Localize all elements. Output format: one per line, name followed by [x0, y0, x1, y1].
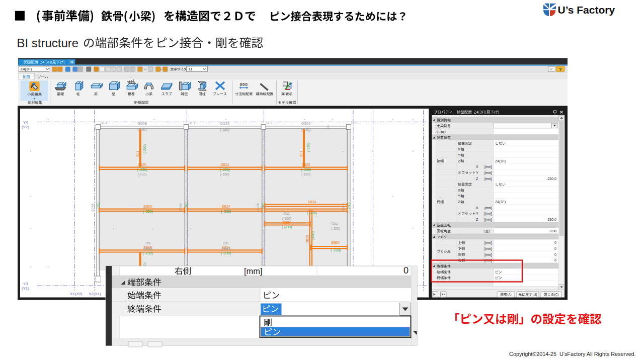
- svg-text:SC1: SC1: [351, 121, 358, 125]
- svg-text:U’s Factory: U’s Factory: [558, 4, 615, 16]
- svg-text:SB34: SB34: [308, 200, 316, 204]
- svg-text:( -230): ( -230): [221, 251, 231, 255]
- svg-text:[mm]: [mm]: [485, 253, 492, 257]
- svg-text:SB24: SB24: [220, 163, 229, 166]
- svg-text:Z: Z: [458, 159, 460, 163]
- svg-text:-230.0: -230.0: [546, 218, 556, 221]
- svg-text:BI structure: BI structure: [17, 36, 79, 50]
- svg-text:Ds1: Ds1: [223, 241, 229, 245]
- svg-text:( -230): ( -230): [143, 251, 153, 255]
- svg-text:0: 0: [554, 247, 556, 250]
- svg-text:X: X: [476, 165, 478, 168]
- svg-text:(-100): (-100): [220, 172, 229, 176]
- svg-text:Y: Y: [458, 194, 460, 198]
- svg-text:SB24: SB24: [283, 221, 291, 224]
- svg-text:[度]: [度]: [485, 229, 490, 233]
- svg-text:SB24: SB24: [222, 205, 230, 208]
- svg-text:0: 0: [404, 265, 409, 276]
- svg-text:SC1: SC1: [101, 121, 108, 125]
- svg-text:0.00: 0.00: [549, 229, 556, 233]
- svg-text:( -230): ( -230): [137, 168, 147, 172]
- svg-text:X1(X0): X1(X0): [70, 292, 83, 296]
- svg-text:X: X: [458, 147, 460, 151]
- svg-text:?: ?: [559, 67, 562, 72]
- svg-text:( -230): ( -230): [282, 225, 292, 229]
- svg-text:(-230): (-230): [137, 128, 147, 132]
- svg-text:( -230): ( -230): [301, 168, 311, 172]
- svg-text:-230.0: -230.0: [546, 177, 556, 180]
- svg-text:000: 000: [240, 82, 248, 87]
- svg-text:[mm]: [mm]: [485, 165, 492, 169]
- svg-text:Sb1: Sb1: [136, 151, 139, 157]
- svg-text:X: X: [458, 189, 460, 192]
- svg-text:(-230): (-230): [311, 231, 315, 240]
- svg-text:(-100): (-100): [331, 227, 340, 231]
- svg-text:Ds1: Ds1: [333, 222, 339, 225]
- svg-text:Z4(3F): Z4(3F): [21, 67, 32, 71]
- svg-text:SB29: SB29: [302, 163, 310, 166]
- svg-text:( -230): ( -230): [331, 248, 341, 252]
- svg-text:Y3: Y3: [23, 282, 28, 286]
- svg-text:(-100): (-100): [282, 217, 291, 221]
- svg-text:SC1: SC1: [189, 121, 196, 125]
- svg-text:Y4: Y4: [23, 120, 28, 125]
- svg-text:( -230): ( -230): [143, 210, 153, 214]
- svg-text:(-230): (-230): [301, 128, 311, 132]
- svg-text:0: 0: [554, 253, 556, 256]
- svg-text:( -230): ( -230): [221, 210, 231, 214]
- svg-text:[mm]: [mm]: [244, 266, 263, 276]
- svg-text:Y: Y: [476, 171, 478, 174]
- svg-text:( -230): ( -230): [220, 168, 230, 172]
- svg-text:(Y2): (Y2): [22, 125, 29, 129]
- svg-text:0: 0: [554, 241, 556, 244]
- svg-text:X2(X1): X2(X1): [89, 292, 101, 296]
- svg-text:X: X: [476, 206, 478, 210]
- svg-text:[mm]: [mm]: [485, 171, 492, 175]
- svg-text:( -230): ( -230): [307, 211, 317, 215]
- svg-text:[mm]: [mm]: [485, 247, 492, 251]
- svg-text:(-100): (-100): [137, 172, 146, 176]
- svg-text:SB24: SB24: [332, 241, 340, 244]
- svg-text:Ds1: Ds1: [284, 212, 290, 215]
- svg-text:Ds1: Ds1: [145, 241, 151, 245]
- svg-text:[mm]: [mm]: [485, 177, 492, 181]
- svg-text:SB25: SB25: [305, 235, 309, 243]
- svg-text:(-230): (-230): [306, 143, 310, 152]
- svg-text:GG08: GG08: [137, 122, 147, 125]
- svg-text:Y: Y: [458, 153, 460, 157]
- svg-text:11: 11: [189, 67, 193, 71]
- svg-text:(-230): (-230): [143, 144, 147, 153]
- svg-text:Z: Z: [476, 177, 478, 180]
- svg-text:(-100): (-100): [221, 247, 230, 251]
- svg-text:[mm]: [mm]: [485, 241, 492, 245]
- svg-text:[mm]: [mm]: [485, 212, 492, 216]
- svg-text:(-230): (-230): [220, 128, 229, 132]
- svg-text:Y: Y: [476, 212, 478, 215]
- svg-text:(Y1): (Y1): [22, 286, 29, 291]
- svg-text:[mm]: [mm]: [485, 218, 492, 222]
- svg-text:SC1: SC1: [266, 121, 273, 125]
- svg-text:SB29: SB29: [138, 163, 146, 166]
- svg-text:(-100): (-100): [143, 247, 152, 251]
- svg-text:[mm]: [mm]: [485, 206, 492, 210]
- svg-text:Z4(3F): Z4(3F): [495, 159, 506, 163]
- svg-text:Z: Z: [458, 200, 460, 204]
- svg-text:Copyright©2014-25 U’sFactory: Copyright©2014-25 U’sFactory All Rights …: [509, 351, 635, 357]
- svg-text:GUID: GUID: [437, 130, 446, 134]
- svg-text:GG29: GG29: [220, 122, 229, 125]
- svg-text:Z: Z: [476, 218, 478, 221]
- svg-text:(-100): (-100): [301, 172, 310, 176]
- svg-text:SB29: SB29: [143, 205, 152, 208]
- svg-text:0: 0: [554, 258, 556, 262]
- svg-text:Z4(3F): Z4(3F): [495, 200, 506, 204]
- svg-text:GG00: GG00: [301, 122, 311, 125]
- svg-text:Sb1: Sb1: [299, 151, 303, 157]
